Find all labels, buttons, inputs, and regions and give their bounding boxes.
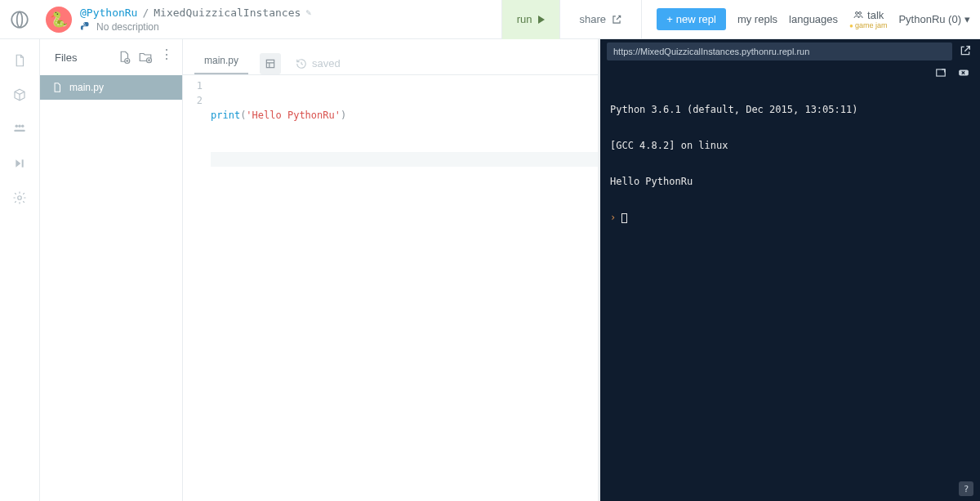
gear-icon[interactable] [11,190,28,206]
code-editor[interactable]: 1 2 print('Hello PythonRu') [183,75,598,501]
terminal-pop-out-icon[interactable] [933,67,949,78]
editor-tab[interactable]: main.py [194,48,248,74]
svg-rect-12 [266,60,274,67]
share-icon [611,14,622,25]
breadcrumb: @PythonRu / MixedQuizzicalInstances ✎ [80,7,311,19]
console-line: [GCC 4.8.2] on linux [610,139,970,152]
step-forward-icon[interactable] [11,155,28,172]
layout-icon[interactable] [260,53,281,74]
new-repl-label: new repl [676,13,716,25]
more-icon[interactable]: ⋮ [159,50,174,65]
new-file-icon[interactable] [117,50,131,65]
owner-link[interactable]: @PythonRu [80,7,137,19]
people-icon [853,10,864,20]
svg-point-2 [856,12,858,15]
user-menu[interactable]: PythonRu (0) ▾ [898,13,970,25]
clear-console-icon[interactable] [956,67,972,78]
repl-url-bar[interactable]: https://MixedQuizzicalInstances.pythonru… [607,42,952,60]
console-panel: https://MixedQuizzicalInstances.pythonru… [600,39,980,501]
svg-rect-8 [22,159,24,167]
new-repl-button[interactable]: + new repl [657,8,726,30]
python-icon [80,21,91,33]
file-name: main.py [69,82,104,93]
code-line[interactable]: print('Hello PythonRu') [211,108,598,123]
line-gutter: 1 2 [183,78,211,501]
play-icon [537,16,546,24]
user-menu-label: PythonRu (0) [898,13,961,25]
talk-label: talk [867,10,884,20]
plus-icon: + [666,13,673,25]
activity-bar [0,39,40,501]
svg-point-5 [21,125,24,127]
svg-rect-13 [937,69,946,76]
console-line: Hello PythonRu [610,175,970,188]
edit-icon[interactable]: ✎ [305,7,311,18]
saved-indicator: saved [296,57,341,69]
share-button[interactable]: share [560,0,642,39]
replit-logo-icon[interactable] [8,8,31,31]
new-folder-icon[interactable] [138,50,153,65]
code-line[interactable] [211,152,598,167]
svg-point-9 [18,196,22,200]
nav-my-repls[interactable]: my repls [737,13,777,25]
chevron-down-icon: ▾ [964,13,970,25]
project-name[interactable]: MixedQuizzicalInstances [154,7,301,19]
file-icon [51,82,63,93]
history-icon [296,58,307,69]
saved-label: saved [312,57,341,69]
svg-point-1 [84,22,85,23]
svg-point-3 [859,12,862,15]
run-label: run [517,13,532,25]
editor-panel: main.py saved 1 2 print('Hello PythonRu'… [183,39,600,501]
svg-point-0 [11,11,28,28]
share-label: share [579,13,606,25]
files-panel-title: Files [55,51,110,64]
group-icon[interactable] [11,121,28,137]
cube-icon[interactable] [11,87,28,103]
talk-sublabel: game jam [849,22,887,29]
project-description[interactable]: No description [96,21,159,33]
svg-rect-7 [14,130,25,132]
avatar[interactable]: 🐍 [46,7,72,33]
console-prompt[interactable]: › [610,211,970,224]
nav-languages[interactable]: languages [789,13,838,25]
help-icon[interactable]: ? [959,481,973,496]
file-row[interactable]: main.py [40,75,182,100]
svg-point-6 [18,125,20,127]
run-button[interactable]: run [501,0,560,39]
console-line: Python 3.6.1 (default, Dec 2015, 13:05:1… [610,103,970,116]
svg-point-4 [16,125,18,127]
console-output[interactable]: Python 3.6.1 (default, Dec 2015, 13:05:1… [600,64,980,501]
file-outline-icon[interactable] [11,52,28,69]
files-panel: Files ⋮ main.py [40,39,183,501]
open-external-icon[interactable] [959,44,973,59]
path-separator: / [142,7,149,19]
nav-talk[interactable]: talk game jam [849,10,887,29]
